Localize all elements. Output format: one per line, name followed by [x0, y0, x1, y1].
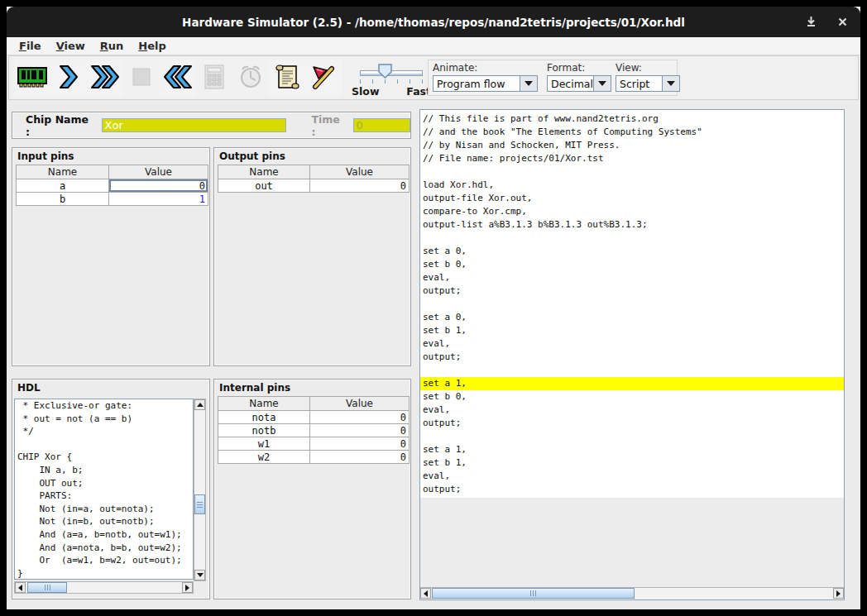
script-hscroll-thumb[interactable]	[432, 588, 635, 599]
script-view[interactable]: // This file is part of www.nand2tetris.…	[420, 110, 844, 587]
arrow-down-icon	[197, 573, 204, 577]
pin-name-cell: notb	[218, 424, 310, 437]
script-code-line: output;	[420, 351, 844, 364]
output-pins-title: Output pins	[214, 148, 410, 164]
script-code-line: set a 1,	[420, 443, 844, 456]
internal-pins-table: Name Value nota0notb0w10w20	[218, 396, 410, 464]
hdl-code-line: Not (in=b, out=notb);	[15, 515, 193, 528]
format-label: Format:	[547, 62, 611, 75]
format-select[interactable]: Decimal	[547, 75, 611, 92]
chevron-down-icon	[520, 76, 537, 91]
script-code-line: output;	[420, 483, 844, 496]
close-icon	[838, 14, 847, 30]
script-code-line: // and the book "The Elements of Computi…	[420, 126, 844, 139]
load-script-button[interactable]	[269, 60, 305, 97]
stop-button	[123, 60, 160, 97]
scroll-up-button[interactable]	[194, 399, 205, 410]
hdl-vscroll-thumb[interactable]	[194, 494, 205, 514]
view-label: View:	[616, 62, 680, 75]
app-window: Hardware Simulator (2.5) - /home/thomas/…	[7, 7, 860, 609]
internal-pins-title: Internal pins	[214, 380, 410, 395]
minimize-button[interactable]	[804, 16, 817, 29]
titlebar: Hardware Simulator (2.5) - /home/thomas/…	[7, 7, 860, 37]
pin-value-cell[interactable]: 0	[109, 179, 208, 193]
input-pins-panel: Input pins Name Value a0b1	[12, 147, 210, 366]
pin-name-cell: out	[218, 179, 310, 193]
hdl-code-line	[15, 438, 193, 451]
column-header-name: Name	[17, 165, 109, 179]
single-step-button[interactable]	[50, 60, 87, 97]
scroll-left-button[interactable]	[420, 588, 431, 599]
chip-name-field[interactable]: Xor	[102, 118, 287, 132]
run-button[interactable]	[87, 60, 123, 97]
script-code-line: set a 0,	[420, 245, 844, 258]
scroll-right-button[interactable]	[182, 582, 193, 593]
hdl-code-view[interactable]: * Exclusive-or gate: * out = not (a == b…	[14, 399, 194, 580]
pin-value-cell[interactable]: 0	[310, 179, 410, 193]
hdl-code-line: * Exclusive-or gate:	[15, 399, 193, 413]
hdl-vertical-scrollbar[interactable]	[194, 399, 206, 581]
view-select[interactable]: Script	[616, 75, 680, 92]
pin-name-cell: w2	[218, 451, 310, 464]
step-forward-icon	[58, 64, 79, 93]
pin-value-cell[interactable]: 0	[310, 451, 410, 464]
chevron-down-icon	[662, 76, 679, 91]
pin-value-cell[interactable]: 1	[109, 193, 208, 206]
column-header-value: Value	[310, 397, 410, 411]
script-code-line: eval,	[420, 337, 844, 351]
hdl-horizontal-scrollbar[interactable]	[14, 581, 194, 594]
menu-view[interactable]: View	[49, 38, 93, 54]
menu-help[interactable]: Help	[131, 38, 173, 54]
chip-icon	[17, 65, 47, 92]
load-chip-button[interactable]	[14, 60, 50, 97]
hdl-code-line: And (a=nota, b=b, out=w2);	[15, 542, 193, 555]
internal-pins-panel: Internal pins Name Value nota0notb0w10w2…	[213, 379, 411, 599]
speed-slider: Slow Fast	[352, 61, 431, 98]
pin-row: out0	[218, 179, 410, 193]
script-code-line: // This file is part of www.nand2tetris.…	[420, 112, 844, 126]
script-code-line	[420, 232, 844, 245]
format-value: Decimal	[548, 76, 593, 91]
hdl-code-line: Not (in=a, out=nota);	[15, 503, 193, 516]
slider-ticks	[360, 79, 423, 84]
input-pins-table: Name Value a0b1	[16, 165, 208, 206]
reset-button[interactable]	[160, 60, 196, 97]
animate-select[interactable]: Program flow	[433, 75, 538, 92]
pin-value-cell[interactable]: 0	[310, 411, 410, 424]
hdl-code-line: PARTS:	[15, 489, 193, 503]
arrow-right-icon	[836, 590, 841, 597]
script-code-line: set b 1,	[420, 456, 844, 470]
animate-value: Program flow	[434, 76, 520, 91]
column-header-value: Value	[310, 165, 410, 179]
scroll-left-button[interactable]	[15, 582, 26, 593]
pin-value-cell[interactable]: 0	[310, 424, 410, 437]
animate-label: Animate:	[433, 62, 538, 75]
slider-thumb[interactable]	[378, 64, 392, 79]
script-code-line: set a 1,	[420, 377, 844, 390]
menu-run[interactable]: Run	[93, 38, 132, 54]
script-scroll-icon	[275, 64, 299, 93]
scroll-down-button[interactable]	[194, 570, 205, 580]
hdl-code-line: CHIP Xor {	[15, 451, 193, 464]
column-header-value: Value	[109, 165, 208, 179]
pin-row: w10	[218, 437, 410, 451]
close-button[interactable]	[836, 16, 849, 29]
arrow-left-icon	[18, 585, 22, 591]
menu-file[interactable]: File	[12, 38, 49, 54]
pin-row: a0	[17, 179, 208, 193]
script-code[interactable]: // This file is part of www.nand2tetris.…	[420, 110, 844, 498]
script-code-line	[420, 298, 844, 311]
hdl-hscroll-thumb[interactable]	[27, 582, 67, 593]
hdl-code-line: */	[15, 425, 193, 438]
output-pins-panel: Output pins Name Value out0	[213, 147, 411, 366]
flag-icon	[310, 64, 337, 93]
scroll-right-button[interactable]	[833, 588, 844, 599]
script-code-line: output;	[420, 284, 844, 298]
hdl-code-line: * out = not (a == b)	[15, 413, 193, 426]
script-horizontal-scrollbar[interactable]	[420, 587, 844, 599]
chip-name-label: Chip Name :	[26, 113, 96, 138]
breakpoints-button[interactable]	[305, 60, 342, 97]
pin-value-cell[interactable]: 0	[310, 437, 410, 451]
script-code-line: eval,	[420, 470, 844, 483]
column-header-name: Name	[218, 165, 310, 179]
